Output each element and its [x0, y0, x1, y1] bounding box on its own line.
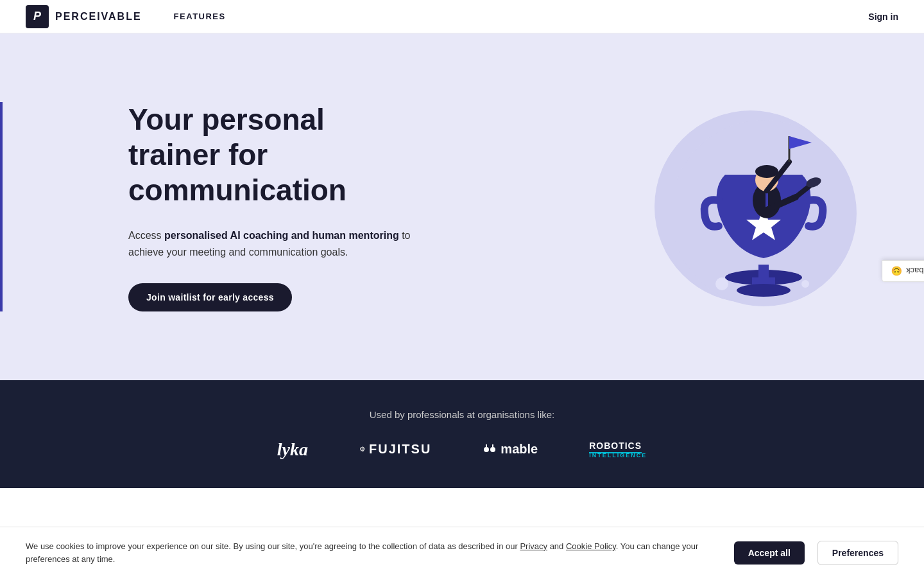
accept-all-button[interactable]: Accept all — [734, 541, 805, 565]
svg-point-10 — [755, 165, 778, 178]
feedback-icon: 😊 — [891, 266, 902, 276]
join-waitlist-button[interactable]: Join waitlist for early access — [128, 283, 292, 311]
hero-title: Your personal trainer for communication — [116, 102, 424, 209]
cookie-text-prefix: We use cookies to improve your experienc… — [26, 541, 520, 551]
signin-link[interactable]: Sign in — [868, 12, 898, 22]
subtitle-prefix: Access — [128, 230, 164, 241]
robotics-subtitle: INTELLIGENCE — [589, 452, 647, 459]
privacy-link[interactable]: Privacy — [520, 541, 547, 551]
hero-illustration — [642, 85, 860, 329]
trophy-illustration — [642, 85, 860, 329]
subtitle-bold: personalised AI coaching and human mento… — [164, 230, 399, 241]
logo-text: PERCEIVABLE — [55, 11, 142, 22]
nav-links: FEATURES — [174, 12, 226, 21]
logo-link[interactable]: P PERCEIVABLE — [26, 5, 142, 28]
preferences-button[interactable]: Preferences — [817, 541, 898, 565]
orgs-title: Used by professionals at organisations l… — [370, 409, 555, 420]
hero-subtitle: Access personalised AI coaching and huma… — [116, 227, 424, 260]
logo-icon: P — [26, 5, 49, 28]
svg-point-19 — [490, 447, 495, 452]
feedback-button[interactable]: Feedback 😊 — [882, 260, 924, 282]
org-logo-mable: mable — [483, 442, 538, 457]
svg-point-6 — [715, 277, 728, 290]
feedback-tab-wrapper: Feedback 😊 — [906, 236, 924, 306]
cookie-banner: We use cookies to improve your experienc… — [0, 527, 924, 578]
svg-point-18 — [484, 447, 489, 452]
navigation: P PERCEIVABLE FEATURES Sign in — [0, 0, 924, 33]
nav-features[interactable]: FEATURES — [174, 12, 226, 21]
hero-content: Your personal trainer for communication … — [0, 102, 424, 312]
cookie-and: and — [547, 541, 566, 551]
svg-rect-4 — [758, 265, 769, 284]
hero-border-accent — [0, 102, 3, 312]
cookie-text: We use cookies to improve your experienc… — [26, 540, 721, 565]
hero-section: Your personal trainer for communication … — [0, 33, 924, 380]
svg-point-3 — [737, 284, 791, 297]
orgs-section: Used by professionals at organisations l… — [0, 380, 924, 488]
org-logo-robotics: ROBOTICS INTELLIGENCE — [589, 441, 647, 459]
org-logo-lyka: lyka — [277, 439, 308, 460]
svg-point-7 — [801, 280, 809, 288]
orgs-logos: lyka ⚙ FUJITSU mable ROBOTICS — [277, 439, 647, 460]
org-logo-fujitsu: ⚙ FUJITSU — [359, 442, 431, 457]
feedback-label: Feedback — [906, 267, 924, 276]
mable-icon — [483, 442, 497, 457]
cookie-policy-link[interactable]: Cookie Policy — [566, 541, 616, 551]
